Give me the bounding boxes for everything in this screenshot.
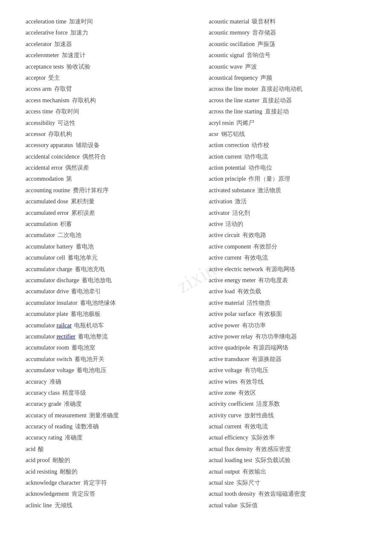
list-item: acoustic wave声波 [209,62,366,72]
entry-english: active [209,220,223,229]
entry-english: accuracy grade [26,399,61,409]
list-item: accuracy of measurement测量准确度 [26,411,183,420]
list-item: accelerative force加速力 [26,28,183,38]
entry-english: accommodation [26,174,63,184]
entry-chinese: 直接起动 [265,107,289,116]
entry-english: accelerometer [26,51,59,60]
entry-english: accumulated dose [26,197,68,206]
list-item: active活动的 [209,220,366,229]
list-item: action potential动作电位 [209,163,366,173]
entry-chinese: 蓄电池电压 [77,366,107,375]
list-item: acknowledge character肯定字符 [26,478,183,488]
list-item: aclinic line无倾线 [26,501,183,510]
list-item: accessory apparatus辅助设备 [26,141,183,150]
list-item: acceleration time加速时间 [26,17,183,26]
entry-chinese: 准确 [49,377,61,387]
entry-chinese: 活化剂 [232,208,250,218]
entry-chinese: 精度等级 [62,388,86,398]
entry-chinese: 音存储器 [252,28,276,38]
entry-chinese: 累积误差 [71,208,95,218]
entry-english: actual loading test [209,456,252,465]
list-item: active voltage有功电压 [209,366,366,375]
entry-english: acid [26,445,35,454]
entry-english: actual size [209,478,234,488]
entry-chinese: 有效部分 [254,242,277,251]
entry-english: accumulator rectifier [26,332,75,341]
entry-english: active current [209,253,242,263]
entry-english: active circuit [209,231,240,240]
list-item: access time存取时间 [26,107,183,116]
entry-english: active quadripole [209,343,250,353]
entry-chinese: 活性物质 [247,298,271,308]
list-item: accumulation积蓄 [26,220,183,229]
entry-english: across the line starting [209,107,262,116]
entry-chinese: 实际负载试验 [255,456,291,465]
list-item: access mechanism存取机构 [26,96,183,105]
list-item: acsr钢芯铝线 [209,130,366,139]
entry-chinese: 累积剂量 [71,197,95,206]
list-item: actual flux density有效感应密度 [209,445,366,454]
entry-english: accumulator cell [26,253,65,263]
entry-english: active load [209,287,235,296]
entry-chinese: 蓄电池单元 [68,253,98,263]
list-item: accuracy rating准确度 [26,433,183,442]
list-item: accommodation第 [26,174,183,184]
list-item: accessibility可达性 [26,119,183,128]
entry-chinese: 有效极面 [258,309,282,319]
entry-chinese: 第 [66,174,72,184]
entry-english: accounting routine [26,186,70,195]
list-item: active wires有效导线 [209,377,366,387]
entry-english: acknowledgement [26,489,69,499]
list-item: accessor存取机构 [26,130,183,139]
entry-chinese: 准确度 [65,433,83,442]
entry-english: activation [209,197,232,206]
entry-english: acoustic wave [209,62,242,72]
list-item: actual efficiency实际效率 [209,433,366,442]
entry-english: acoustic material [209,17,249,26]
entry-chinese: 有功电压 [245,366,268,375]
list-item: actual current有效电流 [209,422,366,431]
entry-chinese: 蓄电池绝缘体 [80,298,116,308]
entry-english: active electric network [209,265,263,274]
entry-english: acoustic signal [209,51,244,60]
entry-english: acid resisting [26,467,57,477]
list-item: active quadripole有源四端网络 [209,343,366,353]
entry-chinese: 无倾线 [55,501,72,510]
entry-english: accumulator switch [26,355,72,364]
list-item: accumulated error累积误差 [26,208,183,218]
entry-english: acid proof [26,456,50,465]
list-item: active material活性物质 [209,298,366,308]
list-item: accuracy准确 [26,377,183,387]
entry-chinese: 声频 [260,73,272,83]
entry-english: active power relay [209,332,253,341]
list-item: across the line starting直接起动 [209,107,366,116]
page-content: acceleration time加速时间accelerative force加… [0,0,392,529]
entry-english: accelerative force [26,28,68,38]
entry-english: accumulator voltage [26,366,74,375]
list-item: acid proof耐酸的 [26,456,183,465]
list-item: actual output有效输出 [209,467,366,477]
entry-chinese: 加速度计 [62,51,86,60]
entry-chinese: 肯定应答 [72,489,95,499]
entry-english: acoustic memory [209,28,250,38]
list-item: accumulator room蓄电池室 [26,343,183,353]
entry-chinese: 存取时间 [55,107,79,116]
entry-english: accumulator charge [26,265,72,274]
list-item: across the line moter直接起动电动机 [209,84,366,94]
entry-english: accidental coincidence [26,152,80,162]
list-item: activator活化剂 [209,208,366,218]
entry-english: action correction [209,141,249,150]
list-item: active zone有效区 [209,388,366,398]
entry-chinese: 激活 [235,197,247,206]
entry-english: active polar surface [209,309,256,319]
entry-english: actual flux density [209,445,253,454]
entry-chinese: 有效电流 [244,253,268,263]
list-item: activity coefficient活度系数 [209,399,366,409]
list-item: active transducer有源换能器 [209,355,366,364]
entry-english: acsr [209,130,219,139]
list-item: accumulator plate蓄电池极板 [26,309,183,319]
list-item: acid酸 [26,445,183,454]
entry-english: accelerator [26,40,52,49]
entry-english: acoustic oscillation [209,40,255,49]
list-item: activation激活 [209,197,366,206]
